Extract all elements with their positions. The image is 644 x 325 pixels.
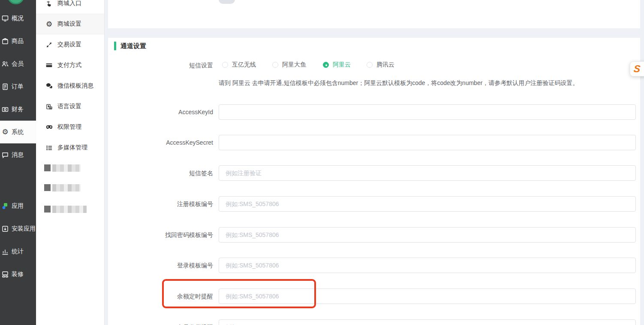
sidebar-item-apps[interactable]: 应用	[0, 194, 36, 217]
shipping-reminder-input[interactable]	[219, 319, 636, 325]
submenu-item-label: 多媒体管理	[57, 144, 87, 152]
list-icon	[45, 144, 53, 152]
click-pointer-icon	[45, 0, 53, 7]
section-accent-bar	[114, 42, 116, 50]
balance-reminder-input[interactable]	[219, 289, 636, 304]
radio-circle-icon	[367, 62, 373, 68]
toggle-switch[interactable]	[219, 0, 235, 4]
radio-circle-icon	[222, 62, 228, 68]
field-label: 短信签名	[108, 165, 213, 181]
sidebar-item-orders[interactable]: 订单	[0, 75, 36, 98]
submenu-item-redacted[interactable]	[36, 205, 104, 213]
radio-label: 阿里大鱼	[282, 61, 306, 69]
submenu-item-wechat-template[interactable]: 微信模板消息	[36, 76, 104, 96]
submenu-item-label: 支付方式	[57, 61, 81, 69]
redacted-label	[52, 164, 81, 172]
install-download-icon	[1, 225, 9, 233]
primary-sidebar: 概况 商品 会员 订单 财务 ⚙	[0, 0, 36, 325]
radio-label: 互亿无线	[232, 61, 256, 69]
section-header: 通道设置	[114, 42, 146, 50]
sms-signature-input[interactable]	[219, 165, 636, 181]
sms-provider-row: 短信设置 互亿无线 阿里大鱼 阿里云 腾讯云	[108, 61, 640, 70]
field-label: AccessKeyId	[108, 104, 213, 120]
login-template-input[interactable]	[219, 258, 636, 273]
submenu-item-multimedia-management[interactable]: 多媒体管理	[36, 137, 104, 158]
submenu-item-label: 语言设置	[57, 103, 81, 110]
submenu-item-label: 微信模板消息	[57, 82, 93, 90]
redacted-label	[52, 184, 81, 191]
submenu-item-label: 交易设置	[57, 41, 81, 49]
mask-icon	[45, 124, 53, 131]
radio-label: 腾讯云	[376, 61, 394, 69]
radio-ali-dayu[interactable]: 阿里大鱼	[272, 61, 306, 69]
radio-tencent-cloud[interactable]: 腾讯云	[367, 61, 394, 69]
wechat-bubbles-icon	[45, 82, 53, 90]
chat-bubble-icon	[1, 151, 9, 159]
field-label: 商品发货提醒	[108, 319, 213, 325]
submenu-item-trade-settings[interactable]: 交易设置	[36, 34, 104, 55]
form-row-shipping-reminder: 商品发货提醒	[108, 319, 640, 325]
submenu-item-redacted[interactable]	[36, 164, 104, 172]
gear-icon: ⚙	[45, 21, 53, 28]
sidebar-item-statistics[interactable]: 统计	[0, 240, 36, 263]
finance-icon	[1, 106, 9, 113]
bar-chart-icon	[1, 248, 9, 255]
sidebar-item-install-apps[interactable]: 安装应用	[0, 217, 36, 240]
submenu-item-label: 商城设置	[57, 20, 81, 28]
dashboard-icon	[1, 15, 9, 22]
sidebar-item-label: 应用	[12, 202, 24, 210]
sidebar-item-members[interactable]: 会员	[0, 52, 36, 75]
submenu-item-mall-entrance[interactable]: 商城入口	[36, 0, 104, 14]
docked-widget-button[interactable]: S	[630, 61, 644, 76]
section-title: 通道设置	[120, 42, 146, 50]
secondary-sidebar: 商城入口 ⚙ 商城设置 交易设置 支付方式 微信模板消息	[36, 0, 105, 325]
field-label: 找回密码模板编号	[108, 227, 213, 243]
sidebar-item-label: 订单	[12, 83, 24, 91]
sidebar-item-system[interactable]: ⚙ 系统	[0, 121, 36, 143]
redacted-icon	[44, 206, 51, 213]
app-logo	[7, 0, 24, 4]
submenu-item-redacted[interactable]	[36, 183, 104, 192]
sidebar-item-finance[interactable]: 财务	[0, 98, 36, 121]
sidebar-item-label: 统计	[12, 248, 24, 255]
password-recovery-template-input[interactable]	[219, 227, 636, 243]
form-row-login-template: 登录模板编号	[108, 258, 640, 273]
accesskeyid-input[interactable]	[219, 104, 636, 120]
field-label: 余额定时提醒	[108, 289, 213, 304]
form-row-accesskeyid: AccessKeyId	[108, 104, 640, 120]
sidebar-item-messages[interactable]: 消息	[0, 143, 36, 166]
members-icon	[1, 60, 9, 68]
sidebar-item-overview[interactable]: 概况	[0, 7, 36, 30]
submenu-item-language-settings[interactable]: 语言设置	[36, 96, 104, 117]
secondary-nav: 商城入口 ⚙ 商城设置 交易设置 支付方式 微信模板消息	[36, 0, 104, 158]
radio-aliyun[interactable]: 阿里云	[323, 61, 351, 69]
form-row-password-recovery-template: 找回密码模板编号	[108, 227, 640, 243]
main-content: 通道设置 短信设置 互亿无线 阿里大鱼 阿里云 腾讯云 请到 阿里云 去申请开通…	[105, 0, 644, 325]
sidebar-item-decoration[interactable]: 装修	[0, 263, 36, 286]
order-list-icon	[1, 83, 9, 91]
accesskeysecret-input[interactable]	[219, 135, 636, 150]
radio-huyi-wireless[interactable]: 互亿无线	[222, 61, 256, 69]
form-row-register-template: 注册模板编号	[108, 196, 640, 212]
apps-colored-icon	[1, 202, 9, 210]
sidebar-item-goods[interactable]: 商品	[0, 30, 36, 52]
form-row-balance-reminder: 余额定时提醒	[108, 289, 640, 304]
language-icon	[45, 103, 53, 110]
goods-box-icon	[1, 37, 9, 45]
register-template-input[interactable]	[219, 196, 636, 212]
radio-label: 阿里云	[333, 61, 351, 69]
submenu-item-mall-settings[interactable]: ⚙ 商城设置	[36, 14, 104, 34]
submenu-item-label: 商城入口	[57, 0, 81, 7]
sidebar-spacer	[0, 166, 36, 194]
radio-circle-icon	[272, 62, 278, 68]
credit-card-icon	[45, 62, 53, 69]
channel-settings-card: 通道设置 短信设置 互亿无线 阿里大鱼 阿里云 腾讯云 请到 阿里云 去申请开通…	[108, 38, 640, 325]
form-row-sms-signature: 短信签名	[108, 165, 640, 181]
sidebar-item-label: 装修	[12, 270, 24, 278]
sidebar-item-label: 系统	[12, 128, 24, 136]
trade-arrows-icon	[45, 41, 53, 49]
layout-icon	[1, 270, 9, 278]
submenu-item-payment-methods[interactable]: 支付方式	[36, 55, 104, 76]
submenu-item-permission-management[interactable]: 权限管理	[36, 117, 104, 137]
field-label: AccessKeySecret	[108, 135, 213, 150]
